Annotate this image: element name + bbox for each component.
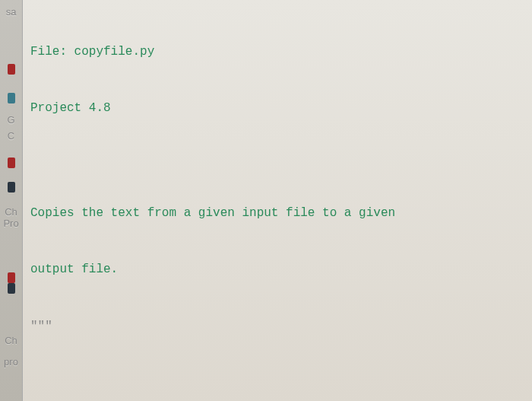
code-text: Copies the text from a given input file … [30, 206, 395, 220]
blank-line [30, 155, 524, 166]
gutter-label: Pro [3, 218, 18, 230]
code-line: Project 4.8 [30, 99, 524, 118]
code-text: """ [30, 320, 52, 333]
breakpoint-marker-icon[interactable] [8, 64, 15, 75]
code-editor[interactable]: File: copyfile.py Project 4.8 Copies the… [23, 0, 532, 401]
blank-line [30, 374, 524, 384]
gutter-label: C [8, 130, 14, 142]
code-line: """ [30, 317, 524, 336]
code-line: Copies the text from a given input file … [30, 204, 524, 223]
breakpoint-marker-icon[interactable] [8, 158, 15, 168]
gutter-label: sa [6, 6, 17, 18]
gutter: sa G C Ch Pro Ch pro [0, 0, 23, 401]
marker-dark-icon[interactable] [8, 283, 15, 294]
code-text: output file. [30, 263, 118, 276]
code-text: File: copyfile.py [30, 45, 154, 59]
gutter-label: pro [4, 356, 18, 368]
code-line: output file. [30, 260, 524, 279]
code-line: File: copyfile.py [30, 43, 524, 62]
marker-dark-icon[interactable] [8, 182, 15, 193]
code-text: Project 4.8 [30, 101, 111, 115]
gutter-label: Ch [5, 335, 17, 347]
breakpoint-marker-icon[interactable] [8, 272, 15, 283]
gutter-label: Ch [5, 206, 17, 218]
gutter-label: G [7, 114, 14, 126]
marker-icon[interactable] [8, 93, 15, 103]
